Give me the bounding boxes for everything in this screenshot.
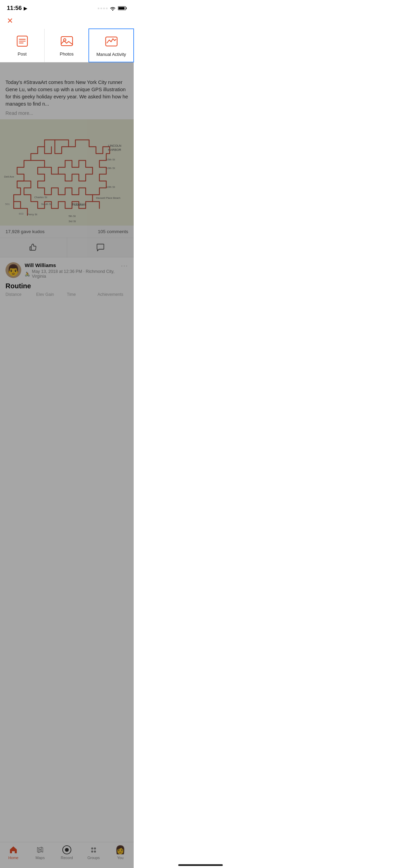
tab-post[interactable]: Post [0, 29, 44, 62]
photos-icon [59, 34, 74, 49]
location-icon: ▶ [24, 6, 27, 11]
stat-elev: Elev Gain [36, 292, 67, 297]
svg-text:Dell Ave: Dell Ave [4, 175, 14, 178]
activity-date-row: 🚴 May 13, 2018 at 12:36 PM · Richmond Ci… [25, 269, 121, 279]
stat-achievements: Achievements [98, 292, 129, 297]
tab-post-label: Post [17, 51, 26, 57]
svg-rect-1 [126, 8, 127, 9]
time-display: 11:56 [7, 5, 22, 12]
stat-elev-label: Elev Gain [36, 292, 54, 297]
manual-icon [104, 34, 119, 49]
activity-stats-row: Distance Elev Gain Time Achievements [5, 292, 128, 297]
tab-manual-label: Manual Activity [96, 52, 126, 57]
svg-text:LINCOLN: LINCOLN [108, 144, 121, 147]
wifi-icon [110, 6, 116, 11]
action-row [0, 238, 134, 257]
svg-text:3rd St: 3rd St [69, 220, 76, 223]
svg-text:Maxwell Place Beach: Maxwell Place Beach [96, 196, 120, 200]
map-view: LINCOLN HARBOR 15th St 13th St 10th St M… [0, 119, 134, 226]
activity-meta: Will Williams 🚴 May 13, 2018 at 12:36 PM… [25, 262, 121, 279]
svg-rect-2 [119, 7, 125, 10]
stat-time-label: Time [67, 292, 76, 297]
svg-rect-15 [0, 119, 134, 226]
status-bar: 11:56 ▶ [0, 0, 134, 14]
activity-date: May 13, 2018 at 12:36 PM · Richmond City… [32, 269, 121, 279]
svg-text:10th St: 10th St [106, 185, 115, 189]
stat-distance-label: Distance [5, 292, 22, 297]
svg-text:501: 501 [5, 203, 10, 206]
svg-text:HARBOR: HARBOR [108, 148, 121, 152]
activity-title: Routine [5, 282, 128, 290]
svg-text:5th St: 5th St [69, 215, 76, 218]
tab-photos[interactable]: Photos [44, 29, 89, 62]
close-button[interactable]: ✕ [7, 16, 13, 25]
stat-time: Time [67, 292, 98, 297]
tab-photos-label: Photos [60, 51, 73, 57]
svg-text:Charles St: Charles St [34, 196, 47, 199]
more-options[interactable]: ··· [121, 262, 128, 269]
thumbsup-icon [28, 243, 38, 252]
avatar: 👨 [5, 262, 21, 278]
svg-text:13th St: 13th St [106, 167, 115, 170]
comments-count: 105 comments [98, 229, 128, 234]
comment-button[interactable] [67, 238, 134, 257]
svg-text:15th St: 15th St [106, 158, 115, 161]
status-icons [98, 6, 127, 11]
activity-header: 👨 Will Williams 🚴 May 13, 2018 at 12:36 … [5, 262, 128, 279]
stat-achievements-label: Achievements [98, 292, 123, 297]
kudos-button[interactable] [0, 238, 67, 257]
svg-rect-7 [61, 37, 72, 46]
post-icon [15, 34, 30, 49]
comment-icon [96, 243, 105, 252]
battery-icon [118, 6, 127, 11]
top-modal: 11:56 ▶ ✕ [0, 0, 134, 62]
stat-distance: Distance [5, 292, 36, 297]
svg-text:Ferry St: Ferry St [27, 213, 37, 216]
tab-selector: Post Photos Manual Activity [0, 29, 134, 62]
bike-icon: 🚴 [25, 272, 30, 277]
post-text-block: Today's #StravaArt comes from New York C… [0, 75, 134, 110]
user-name: Will Williams [25, 262, 121, 268]
svg-rect-31 [30, 247, 31, 250]
read-more[interactable]: Read more... [0, 110, 134, 119]
tab-manual-activity[interactable]: Manual Activity [88, 28, 134, 62]
map-svg: LINCOLN HARBOR 15th St 13th St 10th St M… [0, 119, 134, 226]
svg-text:South St: South St [41, 203, 52, 206]
post-text: Today's #StravaArt comes from New York C… [5, 80, 128, 107]
signal-dots [98, 8, 108, 9]
stats-row: 17,928 gave kudos 105 comments [0, 226, 134, 238]
close-row: ✕ [0, 14, 134, 29]
status-time: 11:56 ▶ [7, 5, 27, 12]
kudos-count: 17,928 gave kudos [5, 229, 45, 234]
svg-text:603: 603 [19, 212, 24, 215]
svg-text:Hoboken: Hoboken [72, 203, 86, 206]
activity-card: 👨 Will Williams 🚴 May 13, 2018 at 12:36 … [0, 257, 134, 300]
